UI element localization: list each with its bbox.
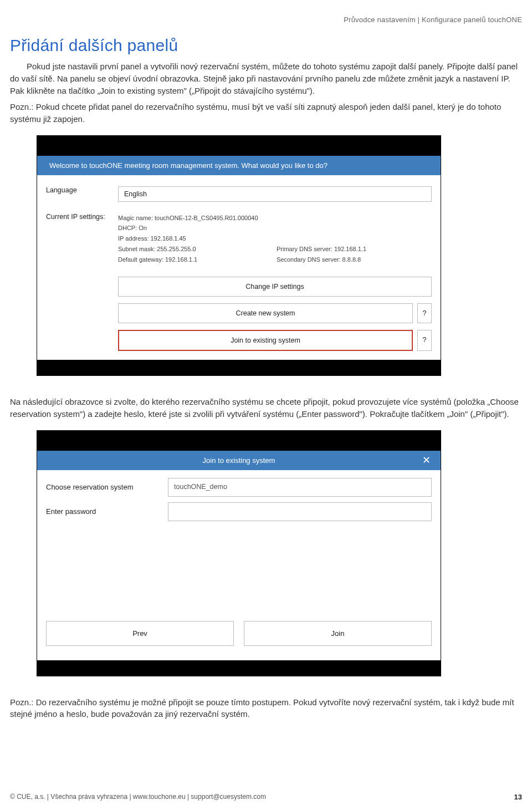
join-banner-text: Join to existing system bbox=[203, 456, 275, 465]
page-title: Přidání dalších panelů bbox=[10, 36, 522, 55]
choose-system-select[interactable]: touchONE_demo bbox=[168, 478, 432, 497]
ip-magic-name: Magic name: touchONE-12-B_CS0495.R01.000… bbox=[118, 213, 432, 223]
ip-settings-label: Current IP settings: bbox=[46, 213, 118, 221]
ip-primary-dns: Primary DNS server: 192.168.1.1 bbox=[277, 244, 432, 254]
welcome-banner: Welcome to touchONE meeting room managem… bbox=[37, 156, 441, 175]
enter-password-label: Enter password bbox=[46, 507, 168, 516]
screenshot-welcome: Welcome to touchONE meeting room managem… bbox=[37, 135, 441, 376]
mid-paragraph: Na následující obrazovce si zvolte, do k… bbox=[10, 396, 522, 420]
note-paragraph: Pozn.: Do rezervačního systému je možné … bbox=[10, 696, 522, 721]
device-top-bezel bbox=[37, 136, 441, 156]
ip-settings-readout: Magic name: touchONE-12-B_CS0495.R01.000… bbox=[118, 213, 432, 264]
choose-system-label: Choose reservation system bbox=[46, 483, 168, 491]
welcome-banner-text: Welcome to touchONE meeting room managem… bbox=[49, 161, 328, 170]
close-icon[interactable]: ✕ bbox=[422, 454, 431, 466]
ip-subnet-mask: Subnet mask: 255.255.255.0 bbox=[118, 244, 273, 254]
intro-paragraph-1: Pokud jste nastavili první panel a vytvo… bbox=[10, 60, 522, 96]
join-help-button[interactable]: ? bbox=[417, 330, 432, 351]
page-number: 13 bbox=[514, 793, 522, 801]
intro-paragraph-2: Pozn.: Pokud chcete přidat panel do reze… bbox=[10, 101, 522, 125]
ip-secondary-dns: Secondary DNS server: 8.8.8.8 bbox=[277, 254, 432, 265]
create-help-button[interactable]: ? bbox=[417, 303, 432, 323]
join-button[interactable]: Join bbox=[244, 621, 432, 646]
ip-dhcp: DHCP: On bbox=[118, 223, 432, 233]
join-existing-system-button[interactable]: Join to existing system bbox=[118, 330, 413, 351]
language-label: Language bbox=[46, 186, 118, 202]
footer-copyright: © CUE, a.s. | Všechna práva vyhrazena | … bbox=[10, 793, 266, 801]
device-bottom-bezel bbox=[37, 360, 441, 375]
device-bottom-bezel bbox=[37, 660, 441, 676]
create-new-system-button[interactable]: Create new system bbox=[118, 303, 413, 323]
language-select[interactable]: English bbox=[118, 186, 432, 202]
join-banner: Join to existing system ✕ bbox=[37, 451, 441, 470]
screenshot-join: Join to existing system ✕ Choose reserva… bbox=[37, 430, 441, 676]
header-breadcrumb: Průvodce nastavením | Konfigurace panelů… bbox=[10, 16, 522, 24]
device-top-bezel bbox=[37, 431, 441, 451]
prev-button[interactable]: Prev bbox=[46, 621, 234, 646]
ip-default-gateway: Default gateway: 192.168.1.1 bbox=[118, 254, 273, 265]
page-footer: © CUE, a.s. | Všechna práva vyhrazena | … bbox=[10, 793, 522, 801]
change-ip-button[interactable]: Change IP settings bbox=[118, 277, 432, 297]
ip-address: IP address: 192.168.1.45 bbox=[118, 233, 432, 244]
enter-password-input[interactable] bbox=[168, 502, 432, 521]
